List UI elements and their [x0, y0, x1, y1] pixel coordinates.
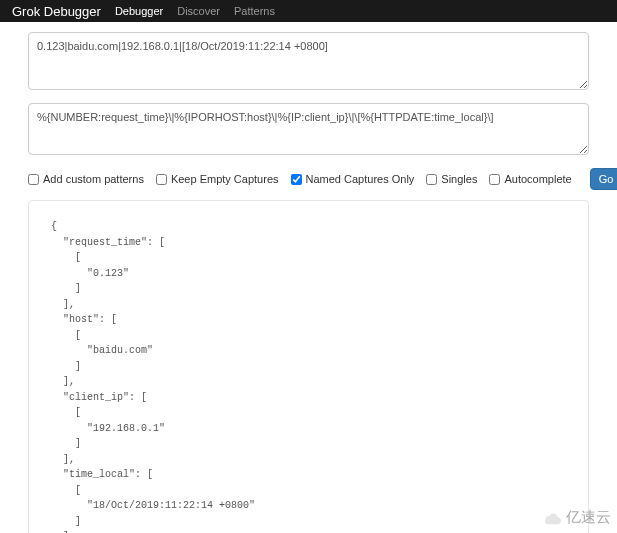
main-container: Add custom patterns Keep Empty Captures …: [0, 22, 617, 533]
nav-tab-discover[interactable]: Discover: [177, 5, 220, 17]
opt-autocomplete[interactable]: Autocomplete: [489, 173, 571, 185]
label-add-custom-patterns: Add custom patterns: [43, 173, 144, 185]
options-row: Add custom patterns Keep Empty Captures …: [28, 168, 589, 190]
label-autocomplete: Autocomplete: [504, 173, 571, 185]
label-named-captures-only: Named Captures Only: [306, 173, 415, 185]
checkbox-add-custom-patterns[interactable]: [28, 174, 39, 185]
navbar: Grok Debugger Debugger Discover Patterns: [0, 0, 617, 22]
opt-add-custom-patterns[interactable]: Add custom patterns: [28, 173, 144, 185]
label-singles: Singles: [441, 173, 477, 185]
watermark: 亿速云: [542, 508, 611, 527]
watermark-text: 亿速云: [566, 508, 611, 527]
opt-singles[interactable]: Singles: [426, 173, 477, 185]
nav-tab-patterns[interactable]: Patterns: [234, 5, 275, 17]
label-keep-empty-captures: Keep Empty Captures: [171, 173, 279, 185]
cloud-icon: [542, 511, 562, 525]
opt-keep-empty-captures[interactable]: Keep Empty Captures: [156, 173, 279, 185]
checkbox-singles[interactable]: [426, 174, 437, 185]
app-brand: Grok Debugger: [12, 4, 101, 19]
pattern-input[interactable]: [28, 103, 589, 155]
checkbox-keep-empty-captures[interactable]: [156, 174, 167, 185]
checkbox-named-captures-only[interactable]: [291, 174, 302, 185]
sample-input[interactable]: [28, 32, 589, 90]
checkbox-autocomplete[interactable]: [489, 174, 500, 185]
opt-named-captures-only[interactable]: Named Captures Only: [291, 173, 415, 185]
result-panel: { "request_time": [ [ "0.123" ] ], "host…: [28, 200, 589, 533]
result-json: { "request_time": [ [ "0.123" ] ], "host…: [51, 219, 566, 533]
nav-tab-debugger[interactable]: Debugger: [115, 5, 163, 17]
go-button[interactable]: Go: [590, 168, 617, 190]
